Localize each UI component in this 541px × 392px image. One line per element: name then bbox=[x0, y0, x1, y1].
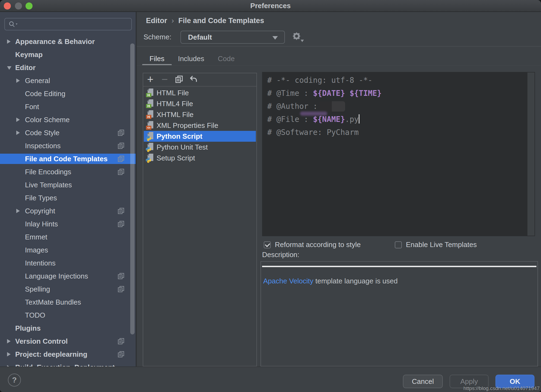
scheme-gear-button[interactable] bbox=[292, 32, 304, 43]
sidebar-item-inspections[interactable]: Inspections bbox=[0, 141, 136, 151]
sidebar-item-color-scheme[interactable]: Color Scheme bbox=[0, 115, 136, 125]
chevron-right-icon[interactable] bbox=[16, 78, 20, 83]
sidebar-item-project-deeplearning[interactable]: Project: deeplearning bbox=[0, 349, 136, 359]
template-item-label: Setup Script bbox=[157, 153, 195, 163]
sidebar-item-todo[interactable]: TODO bbox=[0, 310, 136, 320]
sidebar-item-label: Code Style bbox=[25, 128, 59, 138]
template-item-html-file[interactable]: HHTML File bbox=[144, 87, 256, 98]
sidebar-item-version-control[interactable]: Version Control bbox=[0, 336, 136, 346]
template-variable: ${DATE} bbox=[313, 89, 345, 98]
template-item-python-unit-test[interactable]: Python Unit Test bbox=[144, 142, 256, 153]
file-fold-shape bbox=[147, 110, 149, 112]
sidebar-item-file-types[interactable]: File Types bbox=[0, 193, 136, 203]
revert-icon bbox=[189, 75, 198, 83]
author-redaction bbox=[319, 101, 345, 112]
chevron-right-icon[interactable] bbox=[16, 118, 20, 122]
chevron-down-icon[interactable] bbox=[7, 66, 11, 70]
chevron-right-icon[interactable] bbox=[7, 352, 11, 356]
zoom-traffic-light-icon[interactable] bbox=[26, 2, 33, 10]
editor-scrollbar[interactable] bbox=[527, 72, 534, 236]
sidebar-item-textmate-bundles[interactable]: TextMate Bundles bbox=[0, 297, 136, 307]
comment-text: # @Time : bbox=[267, 89, 313, 98]
close-traffic-light-icon[interactable] bbox=[4, 2, 11, 10]
cancel-button[interactable]: Cancel bbox=[403, 375, 443, 388]
code-line: # -*- coding: utf-8 -*- bbox=[262, 74, 535, 87]
sidebar-item-editor[interactable]: Editor bbox=[0, 62, 136, 73]
sidebar-item-code-style[interactable]: Code Style bbox=[0, 128, 136, 138]
html-icon: H bbox=[146, 104, 151, 108]
search-icon bbox=[8, 21, 19, 28]
sidebar-item-spelling[interactable]: Spelling bbox=[0, 284, 136, 294]
search-input[interactable] bbox=[4, 18, 132, 30]
code-line: # @Time : ${DATE} ${TIME} bbox=[262, 87, 535, 100]
template-item-label: Python Unit Test bbox=[157, 142, 208, 153]
sidebar-item-label: Emmet bbox=[25, 232, 47, 242]
breadcrumb: Editor›File and Code Templates bbox=[146, 16, 264, 26]
chevron-right-icon[interactable] bbox=[7, 339, 11, 343]
sidebar-item-appearance-behavior[interactable]: Appearance & Behavior bbox=[0, 36, 136, 47]
sidebar-item-emmet[interactable]: Emmet bbox=[0, 232, 136, 242]
window-title: Preferences bbox=[0, 0, 541, 11]
breadcrumb-editor[interactable]: Editor bbox=[146, 17, 167, 25]
template-item-html4-file[interactable]: HHTML4 File bbox=[144, 98, 256, 109]
template-item-xhtml-file[interactable]: HXHTML File bbox=[144, 109, 256, 120]
comment-text: .py bbox=[345, 115, 359, 124]
template-item-xml-properties-file[interactable]: <>XML Properties File bbox=[144, 120, 256, 131]
description-text-rest: template language is used bbox=[313, 277, 398, 285]
tab-bar: FilesIncludesCode bbox=[149, 53, 248, 65]
templates-list-panel: + − HHTML FileHHTML4 bbox=[143, 73, 257, 366]
sidebar-item-label: Inspections bbox=[25, 141, 61, 151]
tab-includes[interactable]: Includes bbox=[178, 53, 204, 65]
revert-template-button[interactable] bbox=[187, 73, 199, 86]
help-button[interactable]: ? bbox=[8, 374, 21, 387]
sidebar-scrollbar[interactable] bbox=[130, 43, 135, 334]
sidebar-item-intentions[interactable]: Intentions bbox=[0, 258, 136, 268]
chevron-right-icon[interactable] bbox=[7, 39, 11, 44]
sidebar-item-plugins[interactable]: Plugins bbox=[0, 323, 136, 333]
chevron-down-icon bbox=[301, 40, 304, 42]
template-item-python-script[interactable]: Python Script bbox=[144, 131, 256, 142]
footer-bar: ? Cancel Apply OK bbox=[0, 366, 541, 392]
sidebar-item-label: File Encodings bbox=[25, 167, 71, 177]
sidebar-item-keymap[interactable]: Keymap bbox=[0, 49, 136, 60]
sidebar-item-build-execution-deployment[interactable]: Build, Execution, Deployment bbox=[0, 362, 136, 366]
enable-live-templates-checkbox[interactable]: Enable Live Templates bbox=[395, 241, 477, 249]
file-type-icon: H bbox=[146, 110, 153, 119]
sidebar-item-live-templates[interactable]: Live Templates bbox=[0, 180, 136, 190]
add-template-button[interactable]: + bbox=[144, 73, 156, 86]
file-type-icon: <> bbox=[146, 121, 153, 130]
apache-velocity-link[interactable]: Apache Velocity bbox=[263, 277, 313, 285]
sidebar-item-images[interactable]: Images bbox=[0, 245, 136, 255]
copy-icon bbox=[118, 156, 124, 162]
tab-files[interactable]: Files bbox=[149, 53, 164, 65]
copy-icon bbox=[118, 273, 124, 279]
file-fold-shape bbox=[147, 132, 149, 134]
sidebar-item-file-encodings[interactable]: File Encodings bbox=[0, 167, 136, 177]
chevron-down-icon bbox=[272, 36, 278, 40]
chevron-right-icon[interactable] bbox=[16, 131, 20, 135]
chevron-right-icon[interactable] bbox=[16, 209, 20, 213]
copy-icon bbox=[118, 169, 124, 175]
scheme-dropdown[interactable]: Default bbox=[180, 31, 285, 44]
copy-template-button[interactable] bbox=[173, 73, 185, 86]
template-item-label: XHTML File bbox=[157, 109, 193, 120]
sidebar-item-copyright[interactable]: Copyright bbox=[0, 206, 136, 216]
title-bar: Preferences bbox=[0, 0, 541, 12]
sidebar-item-inlay-hints[interactable]: Inlay Hints bbox=[0, 219, 136, 229]
code-line: # @Software: PyCharm bbox=[262, 126, 535, 139]
sidebar-item-font[interactable]: Font bbox=[0, 102, 136, 112]
sidebar-item-file-and-code-templates[interactable]: File and Code Templates bbox=[0, 154, 136, 164]
description-text: Apache Velocity template language is use… bbox=[263, 277, 398, 285]
tab-code[interactable]: Code bbox=[218, 53, 235, 65]
text-cursor bbox=[359, 114, 359, 124]
sidebar-item-language-injections[interactable]: Language Injections bbox=[0, 271, 136, 281]
template-code-editor[interactable]: # -*- coding: utf-8 -*-# @Time : ${DATE}… bbox=[262, 72, 535, 236]
template-item-setup-script[interactable]: Setup Script bbox=[144, 153, 256, 163]
template-variable: ${TIME} bbox=[349, 89, 381, 98]
remove-template-button[interactable]: − bbox=[159, 73, 171, 86]
sidebar-item-code-editing[interactable]: Code Editing bbox=[0, 88, 136, 99]
sidebar-item-general[interactable]: General bbox=[0, 75, 136, 86]
reformat-checkbox[interactable]: Reformat according to style bbox=[264, 241, 361, 249]
minimize-traffic-light-icon[interactable] bbox=[15, 2, 22, 10]
template-item-label: XML Properties File bbox=[157, 120, 218, 131]
